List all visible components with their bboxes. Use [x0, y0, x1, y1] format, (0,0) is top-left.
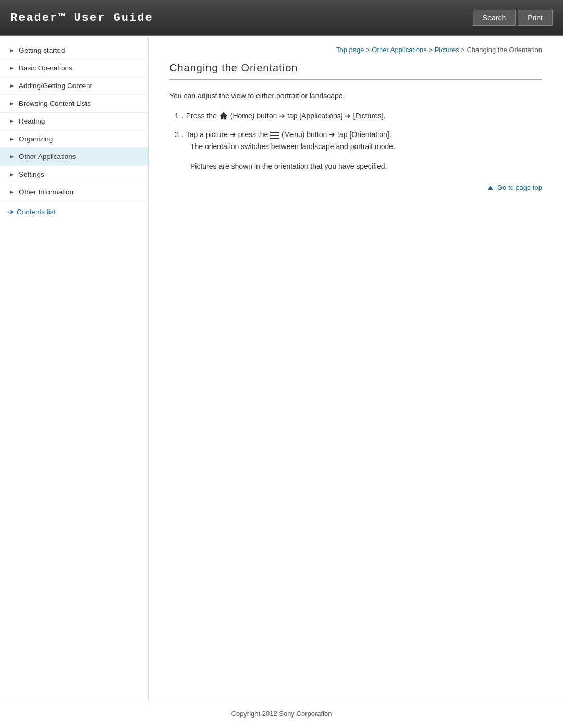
sidebar-item-other-information[interactable]: ► Other Information	[0, 183, 148, 201]
chevron-right-icon: ►	[9, 101, 15, 106]
breadcrumb-other-applications[interactable]: Other Applications	[372, 46, 427, 54]
content-body: You can adjust the view to either portra…	[169, 90, 542, 173]
step2-suffix: (Menu) button ➜ tap [Orientation].	[282, 130, 391, 139]
chevron-right-icon: ►	[9, 154, 15, 159]
triangle-up-icon	[488, 186, 493, 190]
svg-marker-0	[220, 112, 227, 119]
page-footer: Copyright 2012 Sony Corporation 127	[0, 702, 563, 728]
sidebar-item-label: Getting started	[19, 46, 65, 54]
step2-note: The orientation switches between landsca…	[190, 141, 542, 173]
breadcrumb-current: Changing the Orientation	[467, 46, 542, 54]
menu-icon	[270, 131, 279, 138]
breadcrumb: Top page > Other Applications > Pictures…	[169, 42, 542, 62]
page-header: Reader™ User Guide Search Print	[0, 0, 563, 36]
page-number: 127	[0, 725, 563, 728]
app-title: Reader™ User Guide	[10, 11, 153, 24]
intro-text: You can adjust the view to either portra…	[169, 90, 542, 103]
step1-suffix: (Home) button ➜ tap [Applications] ➜ [Pi…	[230, 112, 386, 120]
chevron-right-icon: ►	[9, 171, 15, 177]
step2-prefix: 2．Tap a picture ➜ press the	[175, 130, 270, 139]
chevron-right-icon: ►	[9, 136, 15, 142]
chevron-right-icon: ►	[9, 189, 15, 195]
svg-rect-2	[270, 135, 279, 136]
sidebar-item-label: Adding/Getting Content	[19, 82, 92, 90]
header-buttons: Search Print	[473, 10, 553, 26]
step-2: 2．Tap a picture ➜ press the (Menu) butto…	[169, 129, 542, 173]
chevron-right-icon: ►	[9, 83, 15, 89]
sidebar-item-basic-operations[interactable]: ► Basic Operations	[0, 59, 148, 77]
sidebar-item-settings[interactable]: ► Settings	[0, 166, 148, 183]
step-1: 1．Press the (Home) button ➜ tap [Applica…	[169, 110, 542, 122]
breadcrumb-pictures[interactable]: Pictures	[435, 46, 459, 54]
breadcrumb-sep3: >	[459, 46, 467, 54]
sidebar-item-getting-started[interactable]: ► Getting started	[0, 42, 148, 59]
go-to-page-top-link[interactable]: Go to page top	[488, 183, 542, 191]
sidebar-item-other-applications[interactable]: ► Other Applications	[0, 148, 148, 166]
chevron-right-icon: ►	[9, 65, 15, 71]
print-button[interactable]: Print	[518, 10, 553, 26]
sidebar-item-organizing[interactable]: ► Organizing	[0, 130, 148, 148]
home-icon	[219, 111, 228, 120]
page-top-section: Go to page top	[169, 183, 542, 191]
page-title: Changing the Orientation	[169, 62, 542, 80]
sidebar-footer: ➔ Contents list	[0, 201, 148, 222]
chevron-right-icon: ►	[9, 47, 15, 53]
sidebar-item-browsing-content-lists[interactable]: ► Browsing Content Lists	[0, 95, 148, 113]
svg-rect-3	[270, 138, 279, 139]
main-layout: ► Getting started ► Basic Operations ► A…	[0, 36, 563, 702]
sidebar-item-label: Settings	[19, 170, 44, 178]
sidebar-item-label: Reading	[19, 117, 45, 125]
copyright-text: Copyright 2012 Sony Corporation	[0, 702, 563, 725]
arrow-right-icon: ➔	[7, 207, 14, 216]
main-content: Top page > Other Applications > Pictures…	[149, 36, 563, 702]
svg-rect-1	[270, 132, 279, 133]
sidebar-item-label: Other Applications	[19, 153, 76, 161]
chevron-right-icon: ►	[9, 118, 15, 124]
sidebar-item-reading[interactable]: ► Reading	[0, 113, 148, 130]
sidebar-item-label: Basic Operations	[19, 64, 72, 72]
breadcrumb-sep2: >	[427, 46, 435, 54]
sidebar-item-label: Other Information	[19, 188, 74, 196]
breadcrumb-top-page[interactable]: Top page	[336, 46, 364, 54]
sidebar-item-label: Browsing Content Lists	[19, 100, 91, 107]
sidebar-item-label: Organizing	[19, 135, 53, 143]
contents-list-link[interactable]: Contents list	[17, 208, 55, 216]
search-button[interactable]: Search	[473, 10, 516, 26]
breadcrumb-sep1: >	[364, 46, 372, 54]
sidebar-item-adding-getting-content[interactable]: ► Adding/Getting Content	[0, 77, 148, 95]
sidebar: ► Getting started ► Basic Operations ► A…	[0, 36, 149, 702]
step1-prefix: 1．Press the	[175, 112, 219, 120]
go-to-page-top-label: Go to page top	[497, 183, 542, 191]
